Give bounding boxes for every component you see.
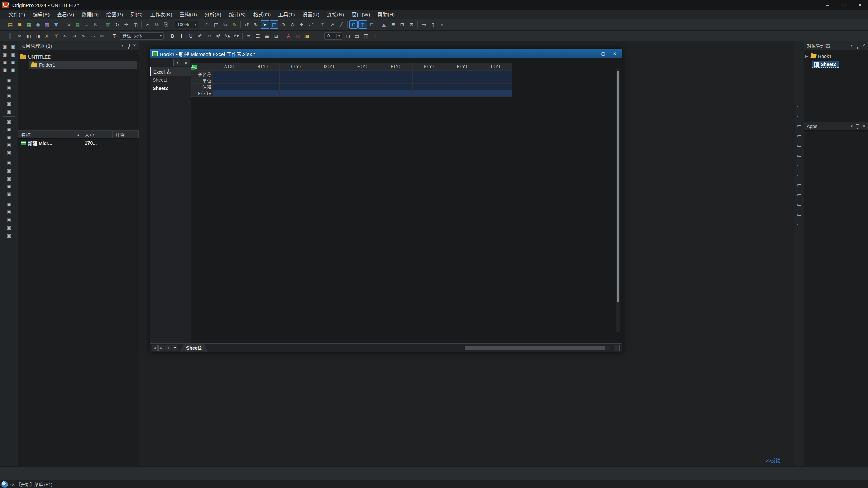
- sheet-list-item[interactable]: Sheet2: [150, 84, 191, 93]
- subscript-icon[interactable]: x₂: [205, 32, 213, 40]
- import-ascii-icon[interactable]: ≡: [82, 20, 91, 29]
- set-as-x-icon[interactable]: X: [43, 32, 51, 40]
- column-header-G[interactable]: G(Y): [413, 63, 446, 71]
- font-combo[interactable]: 默认: 宋体▾: [120, 32, 164, 40]
- dock-tool-7-icon[interactable]: ▭: [795, 161, 804, 169]
- list-column-2[interactable]: 大小: [82, 131, 113, 138]
- region-zoom-icon[interactable]: ◱: [270, 20, 278, 29]
- header-cell[interactable]: [446, 90, 479, 97]
- header-cell[interactable]: [213, 71, 246, 77]
- fill-color-icon[interactable]: ▨: [293, 32, 302, 40]
- copy-icon[interactable]: ⧉: [153, 20, 161, 29]
- dock-tool-1-icon[interactable]: ▭: [795, 102, 804, 110]
- header-cell[interactable]: [479, 77, 512, 84]
- stack-graphs-icon[interactable]: ≣: [389, 20, 397, 29]
- scale-in-icon[interactable]: ⊕: [279, 20, 288, 29]
- decrease-font-icon[interactable]: A▼: [232, 32, 241, 40]
- snapshot-icon[interactable]: ◫: [131, 20, 140, 29]
- dock-tool-13-icon[interactable]: ▭: [795, 220, 804, 228]
- dock-tool-9-icon[interactable]: ▭: [795, 181, 804, 189]
- menu-item[interactable]: 窗口(W): [348, 10, 374, 19]
- header-cell[interactable]: [413, 71, 446, 77]
- menu-item[interactable]: 帮助(H): [374, 10, 398, 19]
- distance-tool-icon[interactable]: ▣: [5, 216, 13, 224]
- header-cell[interactable]: [379, 84, 413, 90]
- header-cell[interactable]: [346, 84, 379, 90]
- row-label-1[interactable]: 长名称: [191, 71, 213, 77]
- font-color-icon[interactable]: A: [284, 32, 293, 40]
- refresh-book-icon[interactable]: ↻: [113, 20, 121, 29]
- xy-scale-tool-icon[interactable]: ▣: [5, 224, 13, 231]
- workbook-title-bar[interactable]: Book1 - 新建 Microsoft Excel 工作表.xlsx * ─ …: [150, 49, 622, 58]
- import-wizard-icon[interactable]: ⇲: [64, 20, 73, 29]
- menu-item[interactable]: 格式(O): [250, 10, 275, 19]
- header-cell[interactable]: [280, 71, 313, 77]
- tab-list-icon[interactable]: ▾: [172, 345, 178, 351]
- menu-item[interactable]: 数据(D): [78, 10, 102, 19]
- column-header-D[interactable]: D(Y): [313, 63, 346, 71]
- header-cell[interactable]: [479, 90, 512, 97]
- collapse-icon[interactable]: ─: [805, 55, 809, 58]
- tree-item-folder1[interactable]: Folder1: [29, 61, 137, 69]
- pattern-box-icon[interactable]: ▤: [353, 32, 361, 40]
- zoom-panner-icon[interactable]: ▣: [9, 58, 17, 66]
- header-cell[interactable]: [313, 84, 346, 90]
- column-header-H[interactable]: H(Y): [446, 63, 479, 71]
- header-cell[interactable]: [346, 90, 379, 97]
- pin-icon[interactable]: [856, 44, 859, 47]
- tree-item-book1[interactable]: ─ Book1: [805, 52, 867, 60]
- text-tool-icon[interactable]: ▣: [5, 76, 13, 84]
- column-header-E[interactable]: E(Y): [346, 63, 379, 71]
- workbook-minimize-button[interactable]: ─: [587, 50, 597, 57]
- polygon-tool-icon[interactable]: ▣: [5, 141, 13, 149]
- menu-item[interactable]: 绘图(P): [102, 10, 127, 19]
- new-3d-icon[interactable]: ▲: [380, 20, 388, 29]
- menu-item[interactable]: 重构(U): [176, 10, 201, 19]
- region-tool-icon[interactable]: ▣: [5, 149, 13, 157]
- braces-tool-icon[interactable]: ▣: [5, 159, 13, 167]
- object-edit-tool-icon[interactable]: ▣: [5, 231, 13, 239]
- add-arrow-icon[interactable]: ↗: [328, 20, 336, 29]
- header-cell[interactable]: [446, 77, 479, 84]
- new-graph-icon[interactable]: ◉: [34, 20, 42, 29]
- redo-icon[interactable]: ↻: [252, 20, 260, 29]
- paste-icon[interactable]: ⎘: [162, 20, 170, 29]
- import-excel-icon[interactable]: ▦: [73, 20, 82, 29]
- table-tool-icon[interactable]: ▣: [5, 200, 13, 208]
- header-cell[interactable]: [413, 77, 446, 84]
- move-col-left-icon[interactable]: ←: [61, 32, 70, 40]
- add-column-icon[interactable]: ╫: [6, 32, 15, 40]
- vertical-scrollbar[interactable]: [616, 69, 620, 332]
- new-matrix-icon[interactable]: ▩: [43, 20, 51, 29]
- line_width-combo[interactable]: 0▾: [324, 32, 342, 40]
- header-cell[interactable]: [213, 77, 246, 84]
- header-cell[interactable]: [346, 77, 379, 84]
- merge-graphs-icon[interactable]: ⊞: [398, 20, 407, 29]
- vertical-scroll-thumb[interactable]: [617, 71, 619, 302]
- set-as-y-icon[interactable]: Y: [52, 32, 60, 40]
- header-cell[interactable]: [246, 77, 280, 84]
- horizontal-scroll-thumb[interactable]: [465, 346, 605, 350]
- horizontal-scrollbar[interactable]: [465, 346, 610, 350]
- list-column-1[interactable]: 名称 ▴: [18, 131, 82, 138]
- rotate-tool-icon[interactable]: ▣: [1, 66, 9, 74]
- fit-page-icon[interactable]: ▭: [419, 20, 428, 29]
- move-col-right-icon[interactable]: →: [70, 32, 79, 40]
- zoom-combo[interactable]: 100%▾: [175, 21, 198, 28]
- learning-center-icon[interactable]: [1, 481, 8, 488]
- equation-tool-icon[interactable]: ▣: [5, 167, 13, 175]
- header-cell[interactable]: [446, 71, 479, 77]
- dock-tool-5-icon[interactable]: ▭: [795, 142, 804, 149]
- header-cell[interactable]: [379, 90, 413, 97]
- line-style-icon[interactable]: ─: [315, 32, 323, 40]
- menu-item[interactable]: 工具(T): [274, 10, 298, 19]
- print-preview-icon[interactable]: ◰: [212, 20, 220, 29]
- copy-page-icon[interactable]: ⧉: [221, 20, 230, 29]
- open-excel-icon[interactable]: ▧: [104, 20, 112, 29]
- dock-tool-3-icon[interactable]: ▭: [795, 122, 804, 130]
- align-left-icon[interactable]: ≡: [244, 32, 253, 40]
- image-tool-icon[interactable]: ▣: [5, 175, 13, 182]
- data-reader-icon[interactable]: ▣: [9, 43, 17, 50]
- overflow-more-icon[interactable]: ⋮: [371, 32, 379, 40]
- insert-col-after-icon[interactable]: ◨: [34, 32, 42, 40]
